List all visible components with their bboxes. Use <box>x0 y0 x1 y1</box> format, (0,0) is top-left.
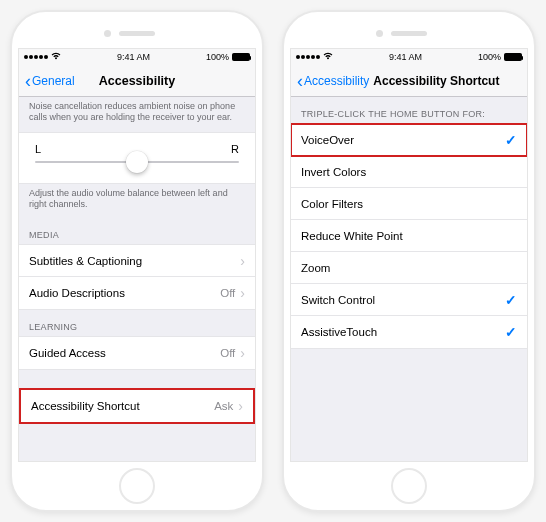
row-shortcut-option[interactable]: Invert Colors <box>291 156 527 188</box>
row-accessibility-shortcut[interactable]: Accessibility Shortcut Ask › <box>21 390 253 422</box>
nav-title: Accessibility <box>99 74 175 88</box>
home-button[interactable] <box>391 468 427 504</box>
row-label: VoiceOver <box>301 134 354 146</box>
shortcut-group: Accessibility Shortcut Ask › <box>19 388 255 424</box>
row-label: Guided Access <box>29 347 106 359</box>
row-shortcut-option[interactable]: Color Filters <box>291 188 527 220</box>
chevron-right-icon: › <box>238 398 243 414</box>
learning-group: Guided Access Off › <box>19 336 255 370</box>
row-value: Ask <box>214 400 233 412</box>
nav-bar: ‹ General Accessibility <box>19 65 255 97</box>
row-guided-access[interactable]: Guided Access Off › <box>19 337 255 369</box>
row-label: Zoom <box>301 262 330 274</box>
signal-dots-icon <box>24 55 48 59</box>
content-left: Noise cancellation reduces ambient noise… <box>19 97 255 461</box>
phone-top <box>290 18 528 48</box>
balance-hint: Adjust the audio volume balance between … <box>19 184 255 219</box>
row-shortcut-option[interactable]: Switch Control✓ <box>291 284 527 316</box>
screen-right: 9:41 AM 100% ‹ Accessibility Accessibili… <box>290 48 528 462</box>
media-group: Subtitles & Captioning › Audio Descripti… <box>19 244 255 310</box>
status-bar: 9:41 AM 100% <box>19 49 255 65</box>
chevron-right-icon: › <box>240 253 245 269</box>
row-shortcut-option[interactable]: AssistiveTouch✓ <box>291 316 527 348</box>
battery-percent: 100% <box>206 52 229 62</box>
chevron-left-icon: ‹ <box>297 72 303 90</box>
phone-speaker <box>391 31 427 36</box>
section-header-triple-click: TRIPLE-CLICK THE HOME BUTTON FOR: <box>291 97 527 123</box>
battery-percent: 100% <box>478 52 501 62</box>
slider-right-label: R <box>231 143 239 155</box>
phone-left: 9:41 AM 100% ‹ General Accessibility Noi… <box>10 10 264 512</box>
row-label: Color Filters <box>301 198 363 210</box>
row-subtitles[interactable]: Subtitles & Captioning › <box>19 245 255 277</box>
row-value: Off <box>220 287 235 299</box>
front-camera <box>104 30 111 37</box>
phone-right: 9:41 AM 100% ‹ Accessibility Accessibili… <box>282 10 536 512</box>
row-label: Invert Colors <box>301 166 366 178</box>
row-label: Audio Descriptions <box>29 287 125 299</box>
back-label: Accessibility <box>304 74 369 88</box>
section-header-learning: LEARNING <box>19 310 255 336</box>
signal-dots-icon <box>296 55 320 59</box>
wifi-icon <box>51 52 61 62</box>
noise-cancel-hint: Noise cancellation reduces ambient noise… <box>19 97 255 132</box>
nav-title: Accessibility Shortcut <box>373 74 499 88</box>
check-icon: ✓ <box>505 324 517 340</box>
shortcut-list: VoiceOver✓Invert ColorsColor FiltersRedu… <box>291 123 527 349</box>
row-shortcut-option[interactable]: Reduce White Point <box>291 220 527 252</box>
status-time: 9:41 AM <box>117 52 150 62</box>
row-value: Off <box>220 347 235 359</box>
row-label: Subtitles & Captioning <box>29 255 142 267</box>
home-button[interactable] <box>119 468 155 504</box>
audio-balance-slider-block: L R <box>19 132 255 184</box>
back-button[interactable]: ‹ Accessibility <box>297 72 369 90</box>
audio-balance-slider[interactable] <box>35 161 239 163</box>
slider-thumb[interactable] <box>126 151 148 173</box>
status-time: 9:41 AM <box>389 52 422 62</box>
wifi-icon <box>323 52 333 62</box>
check-icon: ✓ <box>505 132 517 148</box>
slider-left-label: L <box>35 143 41 155</box>
status-bar: 9:41 AM 100% <box>291 49 527 65</box>
row-label: Accessibility Shortcut <box>31 400 140 412</box>
front-camera <box>376 30 383 37</box>
battery-icon <box>504 53 522 61</box>
chevron-right-icon: › <box>240 345 245 361</box>
content-right: TRIPLE-CLICK THE HOME BUTTON FOR: VoiceO… <box>291 97 527 461</box>
screen-left: 9:41 AM 100% ‹ General Accessibility Noi… <box>18 48 256 462</box>
row-label: Reduce White Point <box>301 230 403 242</box>
phone-speaker <box>119 31 155 36</box>
check-icon: ✓ <box>505 292 517 308</box>
row-label: Switch Control <box>301 294 375 306</box>
row-audio-descriptions[interactable]: Audio Descriptions Off › <box>19 277 255 309</box>
chevron-right-icon: › <box>240 285 245 301</box>
back-button[interactable]: ‹ General <box>25 72 75 90</box>
row-label: AssistiveTouch <box>301 326 377 338</box>
row-shortcut-option[interactable]: VoiceOver✓ <box>291 124 527 156</box>
phone-top <box>18 18 256 48</box>
row-shortcut-option[interactable]: Zoom <box>291 252 527 284</box>
nav-bar: ‹ Accessibility Accessibility Shortcut <box>291 65 527 97</box>
battery-icon <box>232 53 250 61</box>
section-header-media: MEDIA <box>19 218 255 244</box>
chevron-left-icon: ‹ <box>25 72 31 90</box>
back-label: General <box>32 74 75 88</box>
